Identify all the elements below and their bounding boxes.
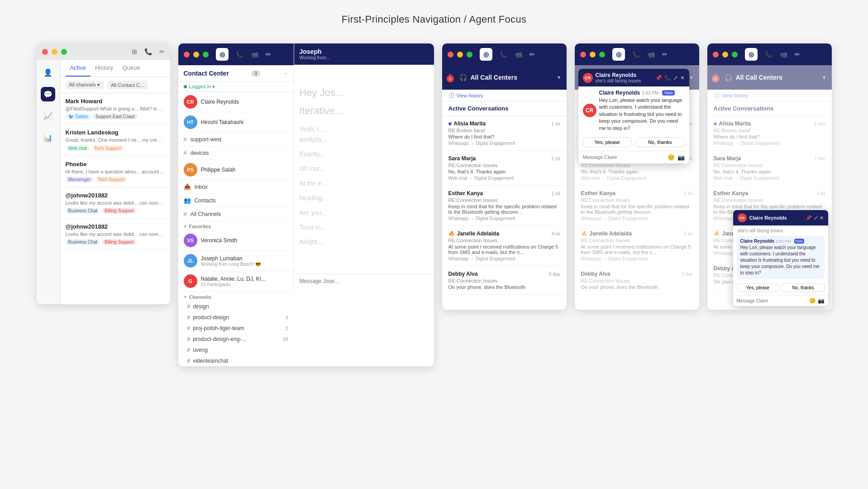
cc-nav-all-channels[interactable]: # All Channels <box>178 207 294 221</box>
btn-no-thanks[interactable]: No, thanks <box>635 137 685 147</box>
conv-name: Kristen Landeskog <box>66 129 165 136</box>
sidebar-icon-chat[interactable]: 💬 <box>41 87 55 101</box>
joseph-chat-panel: Joseph Working from... Hey Jos... Iterat… <box>294 43 434 288</box>
conv-card-debby[interactable]: Debby Alva 5 day RE:Connection Issues On… <box>442 266 567 295</box>
mac-close-s3[interactable] <box>448 52 453 58</box>
s5-btn-yes[interactable]: Yes, please <box>737 283 779 292</box>
joseph-input-bar <box>294 274 434 288</box>
s5-time: 2:03 PM <box>776 239 791 244</box>
video-icon-dark[interactable]: 📹 <box>251 51 258 58</box>
video-icon-s4[interactable]: 📹 <box>647 51 655 58</box>
s5-btn-no[interactable]: No, thanks <box>782 283 825 292</box>
compose-icon-s5[interactable]: ✏ <box>795 51 800 58</box>
claire-message-input[interactable] <box>583 154 665 160</box>
channel-product-design-eng[interactable]: # product-design-eng-... 18 <box>178 334 294 345</box>
cc-agents-list: CR Claire Reynolds HT Hiroshi Takahashi … <box>178 92 294 366</box>
phone-icon-s4[interactable]: 📞 <box>632 51 640 58</box>
s5-icon-pin[interactable]: 📌 <box>806 215 812 221</box>
favorite-joseph[interactable]: JL Joseph Lumaban Working from Long Beac… <box>178 251 294 271</box>
conv-card-time: 4 mi <box>552 231 560 236</box>
phone-icon-s5[interactable]: 📞 <box>765 51 773 58</box>
favorite-veronica[interactable]: VS Veronica Smith <box>178 230 294 251</box>
attachment-icon[interactable]: 📷 <box>677 154 685 161</box>
sidebar-icon-analytics[interactable]: 📈 <box>41 109 55 123</box>
list-item[interactable]: @johnw201882 Looks like my accont was de… <box>60 219 170 250</box>
s5-titlebar: ◎ 📞 📹 ✏ <box>707 43 832 65</box>
phone-icon-s3[interactable]: 📞 <box>500 51 507 58</box>
conv-card-alisia[interactable]: Alisia Marita 1 mi RE:Broken band Where … <box>442 116 567 151</box>
video-icon-s5[interactable]: 📹 <box>780 51 787 58</box>
mac-close-btn-2[interactable] <box>184 52 190 58</box>
conv-card-sara[interactable]: Sara Marja 2 mi RE:Connection Issues No,… <box>442 151 567 186</box>
toast-icon-close[interactable]: ✕ <box>680 75 685 81</box>
cc-channel-devices[interactable]: # devices <box>178 146 294 160</box>
mac-min-btn-2[interactable] <box>193 52 199 58</box>
mac-close-s5[interactable] <box>713 52 719 58</box>
s5-attachment-icon[interactable]: 📷 <box>818 297 825 304</box>
list-item[interactable]: Mark Howard @FitbitSupport What is going… <box>60 93 170 125</box>
agent-item-philippe[interactable]: PS Philippe Salah <box>178 160 294 180</box>
conv-preview: Looks like my accont was debit... can so… <box>66 200 165 206</box>
mac-close-btn[interactable] <box>42 49 48 55</box>
filter-all-contact[interactable]: All Contact C... <box>107 81 148 89</box>
conv-card-janelle[interactable]: 🔥 Janelle Adelaida 4 mi RE:Connection Is… <box>442 226 567 266</box>
cc-nav-inbox[interactable]: 📥 Inbox <box>178 180 294 194</box>
compose-icon-s4[interactable]: ✏ <box>662 51 668 58</box>
toast-icon-expand[interactable]: ⤢ <box>673 75 678 81</box>
sidebar-icon-reports[interactable]: 📊 <box>41 130 55 145</box>
channel-videoteam[interactable]: # videoteamchat <box>178 355 294 366</box>
list-item[interactable]: Kristen Landeskog Great, thanks. One mom… <box>60 125 170 156</box>
mac-max-btn-2[interactable] <box>203 52 209 58</box>
video-icon-s3[interactable]: 📹 <box>515 51 522 58</box>
joseph-message-input[interactable] <box>300 278 429 284</box>
conv-card-header: Debby Alva 5 day <box>581 271 693 277</box>
favorite-group[interactable]: G Natalie, Annie, Lu, DJ, Kr... 13 Parti… <box>178 271 294 292</box>
tab-active[interactable]: Active <box>66 60 91 77</box>
channel-uveng[interactable]: # uveng <box>178 345 294 355</box>
toast-icon-pin[interactable]: 📌 <box>655 75 662 81</box>
channel-design[interactable]: # design <box>178 301 294 312</box>
toast-input-row: 🙂 📷 <box>578 151 689 163</box>
mac-close-s4[interactable] <box>580 52 586 58</box>
s5-emoji-icon[interactable]: 🙂 <box>809 297 816 304</box>
tab-history[interactable]: History <box>91 60 118 77</box>
channel-proj-tiger[interactable]: # proj-polish-tiger-team 2 <box>178 323 294 334</box>
mac-titlebar: ⊞ 📞 ✏ <box>37 43 170 60</box>
list-item[interactable]: Phoebe Hi there, I have a question abou.… <box>60 156 170 187</box>
mac-min-s3[interactable] <box>457 52 463 58</box>
dropdown-icon[interactable]: ▾ <box>558 74 560 81</box>
emoji-icon[interactable]: 🙂 <box>668 154 675 161</box>
filter-all-channels[interactable]: All channels ▾ <box>66 81 104 89</box>
mac-max-s4[interactable] <box>599 52 605 58</box>
mac-max-s3[interactable] <box>467 52 472 58</box>
mac-maximize-btn[interactable] <box>61 49 67 55</box>
compose-icon-dark[interactable]: ✏ <box>266 51 271 58</box>
conv-preview: @FitbitSupport What is going o... fitbit… <box>66 105 165 112</box>
conv-tags: Messenger Tech Support <box>66 177 165 182</box>
toast-icon-phone[interactable]: 📞 <box>664 75 671 81</box>
s3-sub-header[interactable]: 🕐 View history <box>442 90 567 101</box>
s5-icon-close[interactable]: ✕ <box>820 215 824 221</box>
s5-icon-expand[interactable]: ⤢ <box>814 215 818 221</box>
conv-card-esther[interactable]: Esther Kanya 1 mi RE:Connection Issues K… <box>442 186 567 226</box>
channel-product-design[interactable]: # product-design 3 <box>178 312 294 323</box>
s5-message-input[interactable] <box>737 298 807 303</box>
mac-min-s4[interactable] <box>590 52 596 58</box>
mac-min-s5[interactable] <box>722 52 728 58</box>
mac-max-s5[interactable] <box>732 52 738 58</box>
agent-item-hiroshi[interactable]: HT Hiroshi Takahashi <box>178 112 294 133</box>
tab-queue[interactable]: Queue <box>118 60 144 77</box>
cc-channel-support-west[interactable]: # support-west <box>178 133 294 146</box>
agent-item-claire[interactable]: CR Claire Reynolds <box>178 92 294 112</box>
compose-icon-s3[interactable]: ✏ <box>529 51 535 58</box>
phone-icon-dark[interactable]: 📞 <box>236 51 243 58</box>
btn-yes-please[interactable]: Yes, please <box>583 137 632 147</box>
cc-nav-contacts[interactable]: 👥 Contacts <box>178 194 294 207</box>
conv-card-time: 4 mi <box>684 231 693 236</box>
mac-minimize-btn[interactable] <box>52 49 57 55</box>
sidebar-toggle-icon[interactable]: ⊞ <box>132 48 137 55</box>
list-item[interactable]: @johnw201882 Looks like my accont was de… <box>60 187 170 219</box>
sidebar-icon-avatar[interactable]: 👤 <box>41 65 55 80</box>
phone-icon[interactable]: 📞 <box>144 48 152 55</box>
compose-icon[interactable]: ✏ <box>159 48 165 55</box>
